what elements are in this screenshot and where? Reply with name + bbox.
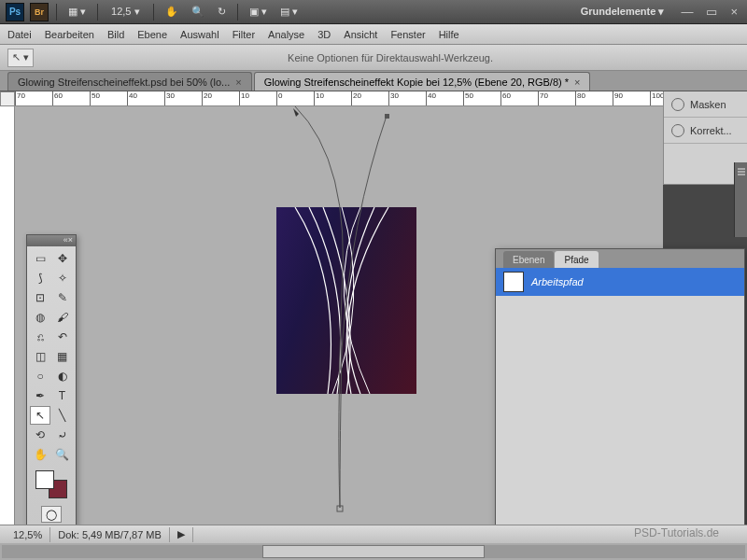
wand-tool[interactable]: ✧	[52, 269, 73, 287]
minimize-button[interactable]: —	[677, 5, 697, 19]
panel-tabs: Ebenen Pfade	[496, 249, 744, 268]
titlebar: Ps Br ▦ ▾ 12,5 ▾ ✋ 🔍 ↻ ▣ ▾ ▤ ▾ Grundelem…	[0, 0, 747, 24]
document-tabbar: Glowing Streifenscheineffekt.psd bei 50%…	[0, 71, 747, 91]
zoom-dropdown[interactable]: 12,5 ▾	[106, 6, 145, 18]
menu-bild[interactable]: Bild	[107, 29, 124, 40]
eraser-tool[interactable]: ◫	[30, 347, 50, 366]
menu-3d[interactable]: 3D	[317, 29, 331, 40]
close-button[interactable]: ×	[726, 5, 741, 19]
status-doc-size[interactable]: Dok: 5,49 MB/7,87 MB	[50, 527, 170, 542]
type-tool[interactable]: T	[52, 386, 73, 405]
horizontal-ruler[interactable]: 7060504030201001020304050607080901001101…	[15, 91, 663, 106]
heal-tool[interactable]: ◍	[30, 308, 50, 327]
menu-ansicht[interactable]: Ansicht	[344, 29, 377, 40]
zoom-tool-icon[interactable]: 🔍	[188, 4, 208, 21]
view-docs-dropdown[interactable]: ▦ ▾	[64, 4, 90, 21]
blur-tool[interactable]: ○	[30, 367, 50, 385]
menu-auswahl[interactable]: Auswahl	[180, 29, 219, 40]
dodge-tool[interactable]: ◐	[52, 367, 73, 385]
horizontal-scrollbar[interactable]	[0, 543, 747, 560]
hand-tool[interactable]: ✋	[30, 445, 50, 464]
current-tool-indicator[interactable]: ↖ ▾	[7, 49, 34, 67]
paths-panel[interactable]: Ebenen Pfade Arbeitspfad	[495, 248, 745, 560]
workspace-dropdown[interactable]: Grundelemente ▾	[573, 6, 672, 18]
document-tab[interactable]: Glowing Streifenscheineffekt Kopie bei 1…	[254, 72, 591, 91]
photoshop-logo: Ps	[6, 3, 24, 21]
3d-orbit-tool[interactable]: ⤾	[52, 426, 73, 444]
history-brush-tool[interactable]: ↶	[52, 328, 73, 346]
toolbox[interactable]: «× ▭ ✥ ⟆ ✧ ⊡ ✎ ◍ 🖌 ⎌ ↶ ◫ ▦ ○ ◐ ✒ T ↖ ╲ ⟲	[26, 234, 77, 527]
path-thumbnail	[503, 272, 524, 292]
workspace: Glowing Streifenscheineffekt.psd bei 50%…	[0, 71, 747, 560]
line-tool[interactable]: ╲	[52, 406, 73, 425]
path-item-label: Arbeitspfad	[531, 276, 584, 287]
panel-body[interactable]	[496, 296, 744, 560]
color-swatches	[27, 467, 76, 502]
brush-tool[interactable]: 🖌	[52, 308, 73, 327]
tab-close-icon[interactable]: ×	[235, 77, 241, 88]
pen-tool[interactable]: ✒	[30, 386, 50, 405]
dock-corrections[interactable]: Korrekt...	[664, 118, 747, 144]
arrange-dropdown[interactable]: ▣ ▾	[246, 4, 271, 21]
move-tool[interactable]: ✥	[52, 249, 73, 268]
svg-rect-1	[337, 506, 343, 511]
screen-mode-dropdown[interactable]: ▤ ▾	[276, 4, 302, 21]
options-bar: ↖ ▾ Keine Optionen für Direktauswahl-Wer…	[0, 45, 747, 71]
menu-ebene[interactable]: Ebene	[137, 29, 167, 40]
status-menu[interactable]: ▶	[170, 527, 193, 542]
options-text: Keine Optionen für Direktauswahl-Werkzeu…	[41, 52, 740, 63]
tab-pfade[interactable]: Pfade	[555, 251, 598, 268]
menu-analyse[interactable]: Analyse	[268, 29, 304, 40]
zoom-tool[interactable]: 🔍	[52, 445, 73, 464]
corrections-icon	[671, 124, 684, 137]
watermark: PSD-Tutorials.de	[634, 526, 719, 539]
menu-hilfe[interactable]: Hilfe	[439, 29, 459, 40]
toolbox-header[interactable]: «×	[27, 235, 76, 246]
status-zoom[interactable]: 12,5%	[6, 527, 50, 542]
gradient-tool[interactable]: ▦	[52, 347, 73, 366]
svg-rect-0	[385, 114, 389, 119]
menu-fenster[interactable]: Fenster	[390, 29, 425, 40]
foreground-color-swatch[interactable]	[35, 470, 54, 489]
scrollbar-thumb[interactable]	[262, 545, 486, 558]
menu-datei[interactable]: Datei	[7, 29, 32, 40]
bridge-logo[interactable]: Br	[30, 3, 49, 21]
direct-select-tool[interactable]: ↖	[30, 406, 50, 425]
tab-ebenen[interactable]: Ebenen	[503, 251, 554, 268]
stamp-tool[interactable]: ⎌	[30, 328, 50, 346]
document-artwork	[276, 207, 416, 394]
eyedropper-tool[interactable]: ✎	[52, 288, 73, 307]
path-item[interactable]: Arbeitspfad	[496, 268, 744, 296]
dock-masks[interactable]: Masken	[664, 91, 747, 118]
ruler-origin[interactable]	[0, 91, 15, 106]
menu-bearbeiten[interactable]: Bearbeiten	[45, 29, 94, 40]
rotate-view-icon[interactable]: ↻	[214, 4, 230, 21]
lasso-tool[interactable]: ⟆	[30, 269, 50, 287]
dock-collapse-handle[interactable]	[734, 162, 747, 237]
tab-close-icon[interactable]: ×	[574, 77, 580, 88]
maximize-button[interactable]: ▭	[702, 5, 721, 19]
vertical-ruler[interactable]	[0, 106, 15, 549]
crop-tool[interactable]: ⊡	[30, 288, 50, 307]
toolbox-close-icon[interactable]: ×	[68, 235, 73, 246]
hand-tool-icon[interactable]: ✋	[162, 4, 182, 21]
3d-rotate-tool[interactable]: ⟲	[30, 426, 50, 444]
menubar: Datei Bearbeiten Bild Ebene Auswahl Filt…	[0, 24, 747, 45]
masks-icon	[671, 98, 684, 111]
quickmask-toggle[interactable]: ◯	[41, 506, 62, 523]
marquee-tool[interactable]: ▭	[30, 249, 50, 268]
menu-filter[interactable]: Filter	[233, 29, 255, 40]
document-tab[interactable]: Glowing Streifenscheineffekt.psd bei 50%…	[7, 72, 252, 91]
